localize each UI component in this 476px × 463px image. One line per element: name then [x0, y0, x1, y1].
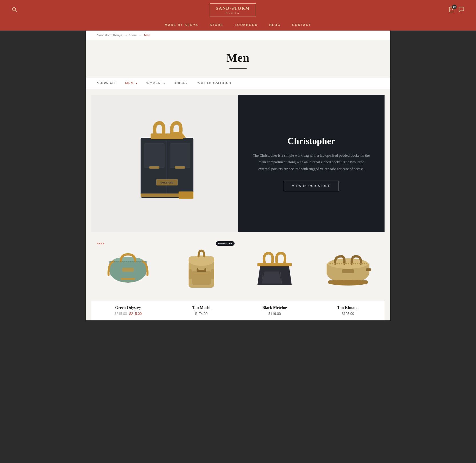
- logo-sub: KENYA: [216, 11, 250, 14]
- chevron-women-icon: ▾: [163, 82, 165, 85]
- filter-women[interactable]: WOMEN ▾: [146, 77, 165, 89]
- featured-section: SANDSTORM Christopher The Christopher is…: [91, 95, 385, 232]
- product-image-green-odyssey: SALE: [91, 238, 165, 301]
- breadcrumb: Sandstorm Kenya → Store → Men: [86, 31, 390, 40]
- filter-women-label: WOMEN: [146, 81, 161, 85]
- svg-rect-42: [366, 268, 371, 271]
- header-icons-right: 19: [449, 6, 465, 14]
- product-image-black-metrine: [238, 238, 311, 301]
- filter-collaborations[interactable]: COLLABORATIONS: [197, 77, 231, 89]
- title-underline: [229, 68, 247, 69]
- breadcrumb-sandstorm[interactable]: Sandstorm Kenya: [97, 33, 122, 37]
- svg-rect-8: [144, 143, 164, 168]
- filter-men[interactable]: MEN ▾: [125, 77, 138, 89]
- featured-info-box: Christopher The Christopher is a simple …: [238, 95, 385, 232]
- svg-rect-25: [189, 256, 214, 263]
- product-card-green-odyssey[interactable]: SALE: [91, 238, 165, 320]
- price-sale: $215.00: [129, 312, 141, 316]
- filter-show-all[interactable]: SHOW ALL: [97, 77, 117, 89]
- logo[interactable]: SAND·STORM KENYA: [210, 3, 256, 17]
- product-card-tan-moshi[interactable]: POPULAR: [165, 238, 238, 320]
- black-metrine-img: [252, 249, 297, 289]
- product-info-green-odyssey: Green Odyssey $245.00 $215.00: [91, 301, 165, 320]
- product-price-tan-moshi: $174.00: [168, 312, 235, 316]
- breadcrumb-store[interactable]: Store: [129, 33, 137, 37]
- product-card-tan-kimana[interactable]: Tan Kimana $195.00: [311, 238, 385, 320]
- view-store-button[interactable]: VIEW IN OUR STORE: [284, 181, 339, 191]
- page-title-section: Men: [86, 40, 390, 77]
- nav-blog[interactable]: BLOG: [269, 23, 281, 27]
- svg-rect-9: [170, 143, 190, 168]
- search-icon[interactable]: [11, 7, 17, 14]
- product-name-black-metrine: Black Metrine: [241, 306, 308, 310]
- svg-rect-39: [328, 280, 368, 284]
- nav-contact[interactable]: CONTACT: [292, 23, 311, 27]
- svg-rect-28: [198, 268, 205, 270]
- chevron-men-icon: ▾: [136, 82, 138, 85]
- svg-rect-29: [189, 269, 192, 279]
- product-image-tan-kimana: [311, 238, 385, 301]
- tan-moshi-img: [180, 248, 223, 291]
- svg-text:SANDSTORM: SANDSTORM: [160, 182, 173, 184]
- svg-rect-10: [149, 166, 159, 169]
- product-name-green-odyssey: Green Odyssey: [95, 306, 161, 310]
- cart-icon[interactable]: 19: [449, 6, 455, 14]
- header-top: SAND·STORM KENYA 19: [0, 0, 476, 20]
- svg-rect-22: [121, 278, 135, 280]
- product-name-tan-moshi: Tan Moshi: [168, 306, 235, 310]
- logo-text: SAND·STORM: [216, 6, 250, 11]
- svg-line-1: [15, 11, 17, 12]
- page-title: Men: [91, 51, 385, 65]
- product-image-tan-moshi: POPULAR: [165, 238, 238, 301]
- green-odyssey-img: [105, 249, 151, 289]
- breadcrumb-arrow-1: →: [124, 33, 127, 37]
- nav-store[interactable]: STORE: [210, 23, 223, 27]
- svg-rect-16: [179, 192, 193, 198]
- product-name-tan-kimana: Tan Kimana: [315, 306, 381, 310]
- breadcrumb-arrow-2: →: [139, 33, 142, 37]
- popular-badge: POPULAR: [216, 241, 235, 246]
- sale-badge: SALE: [95, 241, 107, 246]
- nav-made-by-kenya[interactable]: MADE BY KENYA: [165, 23, 198, 27]
- filter-tabs: SHOW ALL MEN ▾ WOMEN ▾ UNISEX COLLABORAT…: [86, 77, 390, 89]
- product-price-black-metrine: $119.00: [241, 312, 308, 316]
- featured-image-box: SANDSTORM: [91, 95, 238, 232]
- product-info-tan-moshi: Tan Moshi $174.00: [165, 301, 238, 320]
- product-card-black-metrine[interactable]: Black Metrine $119.00: [238, 238, 311, 320]
- main-wrapper: Sandstorm Kenya → Store → Men Men SHOW A…: [86, 31, 390, 320]
- product-info-black-metrine: Black Metrine $119.00: [238, 301, 311, 320]
- chat-icon[interactable]: [458, 6, 465, 14]
- nav-lookbook[interactable]: LOOKBOOK: [235, 23, 258, 27]
- svg-rect-11: [175, 166, 185, 169]
- product-price-green-odyssey: $245.00 $215.00: [95, 312, 161, 316]
- christopher-bag-svg: SANDSTORM: [128, 118, 202, 209]
- price-original: $245.00: [115, 312, 127, 316]
- svg-rect-30: [211, 269, 214, 279]
- svg-rect-41: [342, 269, 354, 273]
- header-icons-left: [11, 7, 17, 14]
- filter-unisex[interactable]: UNISEX: [174, 77, 188, 89]
- svg-rect-32: [257, 263, 292, 266]
- tan-kimana-img: [324, 251, 372, 288]
- header: SAND·STORM KENYA 19 MADE BY KENYA: [0, 0, 476, 31]
- filter-men-label: MEN: [125, 81, 133, 85]
- logo-box: SAND·STORM KENYA: [210, 3, 256, 17]
- product-info-tan-kimana: Tan Kimana $195.00: [311, 301, 385, 320]
- svg-rect-21: [122, 268, 134, 272]
- product-price-tan-kimana: $195.00: [315, 312, 381, 316]
- svg-rect-26: [192, 271, 211, 285]
- product-grid: SALE: [91, 238, 385, 320]
- cart-badge: 19: [452, 5, 457, 9]
- featured-product-title: Christopher: [287, 136, 335, 146]
- featured-product-desc: The Christopher is a simple work bag wit…: [253, 152, 370, 172]
- header-nav: MADE BY KENYA STORE LOOKBOOK BLOG CONTAC…: [0, 20, 476, 31]
- breadcrumb-current: Men: [144, 33, 150, 37]
- svg-point-0: [12, 7, 16, 11]
